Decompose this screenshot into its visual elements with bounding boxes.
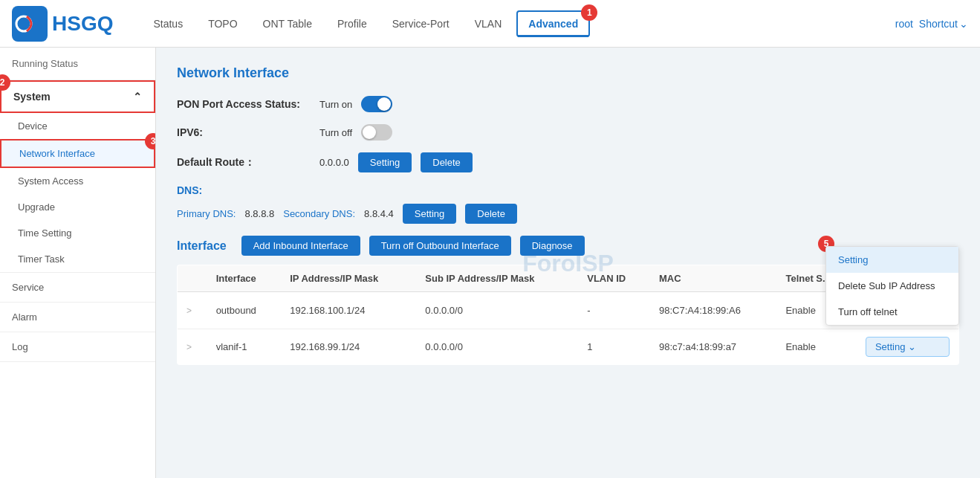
- ipv6-value: Turn off: [319, 127, 352, 138]
- main-content: ForoISP Network Interface PON Port Acces…: [156, 48, 980, 478]
- dns-section: DNS: Primary DNS: 8.8.8.8 Secondary DNS:…: [177, 184, 959, 224]
- col-mac: MAC: [650, 265, 776, 292]
- nav-profile[interactable]: Profile: [327, 12, 377, 36]
- cell-ip-1: 192.168.100.1/24: [281, 292, 416, 329]
- default-route-value: 0.0.0.0: [319, 157, 349, 168]
- sidebar-item-time-setting[interactable]: Time Setting: [0, 220, 155, 246]
- cell-vlan-2: 1: [578, 329, 650, 365]
- cell-sub-ip-1: 0.0.0.0/0: [416, 292, 578, 329]
- sidebar-running-status[interactable]: Running Status: [0, 48, 155, 80]
- default-route-setting-btn[interactable]: Setting: [358, 152, 412, 172]
- interface-header: Interface Add Inbound Interface Turn off…: [177, 236, 959, 256]
- nav-ont-table[interactable]: ONT Table: [253, 12, 322, 36]
- secondary-dns-label: Secondary DNS:: [283, 208, 355, 219]
- primary-dns-label: Primary DNS:: [177, 208, 236, 219]
- sidebar-system-header[interactable]: System ⌃ 2: [0, 80, 155, 113]
- logo: HSGQ: [12, 6, 113, 42]
- badge-1: 1: [581, 4, 597, 21]
- sidebar-item-timer-task[interactable]: Timer Task: [0, 246, 155, 272]
- cell-mac-1: 98:C7:A4:18:99:A6: [650, 292, 776, 329]
- diagnose-btn[interactable]: Diagnose: [520, 236, 585, 256]
- ipv6-label: IPV6:: [177, 126, 311, 138]
- shortcut-dropdown[interactable]: Shortcut ⌄: [919, 18, 968, 30]
- main-nav: Status TOPO ONT Table Profile Service-Po…: [143, 10, 895, 37]
- expand-arrow-2[interactable]: >: [186, 342, 192, 352]
- cell-mac-2: 98:c7:a4:18:99:a7: [650, 329, 776, 365]
- nav-advanced[interactable]: Advanced 1: [516, 10, 590, 37]
- cell-interface-2: vlanif-1: [207, 329, 282, 365]
- dns-setting-btn[interactable]: Setting: [403, 204, 456, 224]
- sidebar-system-group: System ⌃ 2 Device Network Interface 3 Sy…: [0, 80, 155, 273]
- cell-interface-1: outbound: [207, 292, 282, 329]
- badge-3: 3: [145, 133, 156, 149]
- sidebar-item-system-access[interactable]: System Access: [0, 168, 155, 194]
- sidebar-item-network-interface[interactable]: Network Interface 3: [0, 139, 155, 168]
- add-inbound-btn[interactable]: Add Inbound Interface: [241, 236, 360, 256]
- sidebar: Running Status System ⌃ 2 Device Network…: [0, 48, 156, 478]
- ipv6-toggle[interactable]: [361, 124, 392, 141]
- sidebar-item-upgrade[interactable]: Upgrade: [0, 194, 155, 220]
- cell-vlan-1: -: [578, 292, 650, 329]
- nav-vlan[interactable]: VLAN: [464, 12, 513, 36]
- interface-title: Interface: [177, 239, 227, 253]
- page-layout: Running Status System ⌃ 2 Device Network…: [0, 48, 980, 478]
- interface-section: Interface Add Inbound Interface Turn off…: [177, 236, 959, 365]
- header: HSGQ Status TOPO ONT Table Profile Servi…: [0, 0, 980, 48]
- cell-ip-2: 192.168.99.1/24: [281, 329, 416, 365]
- sidebar-system-items: Device Network Interface 3 System Access…: [0, 113, 155, 272]
- col-vlan-id: VLAN ID: [578, 265, 650, 292]
- pon-port-row: PON Port Access Status: Turn on: [177, 96, 959, 112]
- sidebar-item-device[interactable]: Device: [0, 113, 155, 139]
- logo-icon: [12, 6, 48, 42]
- dns-row: Primary DNS: 8.8.8.8 Secondary DNS: 8.8.…: [177, 204, 959, 224]
- primary-dns-value: 8.8.8.8: [244, 208, 274, 219]
- sidebar-item-alarm[interactable]: Alarm: [0, 303, 155, 332]
- toggle-knob-ipv6: [363, 126, 376, 139]
- sidebar-item-log[interactable]: Log: [0, 332, 155, 362]
- turn-off-outbound-btn[interactable]: Turn off Outbound Interface: [369, 236, 511, 256]
- setting-action-btn-2[interactable]: Setting ⌄: [866, 337, 950, 357]
- nav-service-port[interactable]: Service-Port: [382, 12, 460, 36]
- secondary-dns-value: 8.8.4.4: [364, 208, 394, 219]
- toggle-knob: [377, 97, 391, 111]
- ipv6-row: IPV6: Turn off: [177, 124, 959, 141]
- dns-delete-btn[interactable]: Delete: [465, 204, 517, 224]
- dropdown-item-turn-off-telnet[interactable]: Turn off telnet: [826, 299, 958, 325]
- col-interface: Interface: [207, 265, 282, 292]
- setting-dropdown-menu: Setting Delete Sub IP Address Turn off t…: [825, 246, 959, 326]
- expand-arrow-1[interactable]: >: [186, 306, 192, 316]
- logo-text: HSGQ: [52, 12, 113, 36]
- page-title: Network Interface: [177, 65, 959, 81]
- cell-telnet-2: Enable: [776, 329, 857, 365]
- col-expand: [178, 265, 207, 292]
- dropdown-item-setting[interactable]: Setting: [826, 247, 958, 273]
- default-route-delete-btn[interactable]: Delete: [421, 152, 473, 172]
- col-ip: IP Address/IP Mask: [281, 265, 416, 292]
- sidebar-item-service[interactable]: Service: [0, 273, 155, 303]
- cell-action-2: Setting ⌄: [857, 329, 959, 365]
- header-user: root: [895, 18, 913, 30]
- nav-status[interactable]: Status: [143, 12, 193, 36]
- default-route-label: Default Route：: [177, 156, 311, 169]
- nav-topo[interactable]: TOPO: [198, 12, 247, 36]
- table-row: > vlanif-1 192.168.99.1/24 0.0.0.0/0 1 9…: [178, 329, 959, 365]
- dns-label: DNS:: [177, 184, 959, 196]
- chevron-down-icon-row2: ⌄: [908, 341, 916, 352]
- pon-port-label: PON Port Access Status:: [177, 98, 311, 110]
- chevron-up-icon: ⌃: [133, 91, 142, 103]
- col-sub-ip: Sub IP Address/IP Mask: [416, 265, 578, 292]
- header-right: root Shortcut ⌄: [895, 18, 968, 30]
- chevron-down-icon: ⌄: [959, 18, 968, 30]
- default-route-row: Default Route： 0.0.0.0 Setting Delete: [177, 152, 959, 172]
- cell-sub-ip-2: 0.0.0.0/0: [416, 329, 578, 365]
- dropdown-item-delete-sub-ip[interactable]: Delete Sub IP Address: [826, 273, 958, 299]
- pon-port-value: Turn on: [319, 99, 352, 110]
- pon-port-toggle[interactable]: [361, 96, 392, 112]
